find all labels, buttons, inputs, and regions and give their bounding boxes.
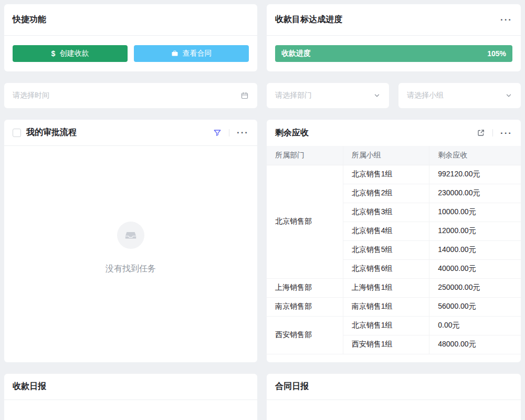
column-header: 剩余应收 (429, 146, 521, 165)
group-cell: 北京销售4组 (343, 222, 429, 240)
calendar-icon (240, 91, 249, 100)
payment-daily-header: 收款日报 (4, 374, 257, 400)
receivable-table-body: 北京销售部北京销售1组992120.00元北京销售2组230000.00元北京销… (267, 165, 521, 354)
empty-state-text: 没有找到任务 (106, 264, 156, 275)
group-cell: 北京销售1组 (343, 165, 429, 184)
progress-bar: 收款进度 105% (275, 45, 512, 62)
group-cell: 北京销售1组 (343, 316, 429, 335)
receivable-table-head-row: 所属部门所属小组剩余应收 (267, 146, 521, 165)
group-cell: 北京销售5组 (343, 240, 429, 259)
quick-actions-card: 快捷功能 $ 创建收款 查看合同 (4, 4, 257, 71)
group-cell: 北京销售6组 (343, 259, 429, 278)
briefcase-icon (171, 50, 178, 57)
amount-cell: 10000.00元 (429, 203, 521, 222)
receivable-header: 剩余应收 ··· (267, 120, 521, 146)
approval-card: 我的审批流程 ··· 没有 (4, 120, 257, 362)
dept-select-placeholder: 请选择部门 (275, 91, 373, 100)
empty-state-circle (117, 222, 144, 249)
amount-cell: 0.00元 (429, 316, 521, 335)
approval-empty-state: 没有找到任务 (4, 146, 257, 362)
create-payment-label: 创建收款 (59, 49, 89, 58)
view-contract-button[interactable]: 查看合同 (134, 45, 249, 62)
time-select[interactable]: 请选择时间 (4, 83, 257, 108)
column-header: 所属部门 (267, 146, 343, 165)
receivable-tools: ··· (477, 129, 512, 138)
more-icon[interactable]: ··· (500, 15, 512, 24)
progress-bar-value: 105% (487, 49, 506, 58)
filter-funnel-icon[interactable] (213, 129, 222, 137)
receivable-card: 剩余应收 ··· 所属部门所属小组剩余应收 北京销售部北京销 (267, 120, 521, 362)
export-icon[interactable] (477, 129, 485, 137)
group-select-placeholder: 请选择小组 (407, 91, 505, 100)
table-row: 上海销售部上海销售1组250000.00元 (267, 278, 521, 297)
chevron-down-icon (373, 92, 381, 99)
view-contract-label: 查看合同 (183, 49, 212, 58)
group-cell: 北京销售2组 (343, 184, 429, 203)
divider (229, 129, 229, 136)
dept-cell: 西安销售部 (267, 316, 343, 354)
amount-cell: 12000.00元 (429, 222, 521, 240)
more-icon[interactable]: ··· (237, 128, 249, 137)
time-select-placeholder: 请选择时间 (13, 91, 240, 100)
chevron-down-icon (505, 92, 512, 99)
progress-bar-label: 收款进度 (281, 49, 311, 58)
amount-cell: 14000.00元 (429, 240, 521, 259)
progress-header: 收款目标达成进度 ··· (267, 4, 521, 36)
contract-daily-header: 合同日报 (267, 374, 521, 400)
dept-select[interactable]: 请选择部门 (267, 83, 389, 108)
progress-card: 收款目标达成进度 ··· 收款进度 105% (267, 4, 521, 71)
more-icon[interactable]: ··· (500, 129, 512, 138)
inbox-icon (124, 228, 138, 242)
progress-title: 收款目标达成进度 (275, 14, 342, 25)
amount-cell: 230000.00元 (429, 184, 521, 203)
table-row: 西安销售部北京销售1组0.00元 (267, 316, 521, 335)
table-row: 北京销售部北京销售1组992120.00元 (267, 165, 521, 184)
quick-actions-header: 快捷功能 (4, 4, 257, 36)
amount-cell: 992120.00元 (429, 165, 521, 184)
divider (492, 129, 493, 136)
payment-daily-title: 收款日报 (13, 381, 46, 392)
amount-cell: 48000.00元 (429, 335, 521, 354)
amount-cell: 250000.00元 (429, 278, 521, 297)
approval-header: 我的审批流程 ··· (4, 120, 257, 146)
approval-title: 我的审批流程 (26, 127, 77, 138)
dept-cell: 北京销售部 (267, 165, 343, 278)
receivable-table: 所属部门所属小组剩余应收 北京销售部北京销售1组992120.00元北京销售2组… (267, 146, 521, 354)
contract-daily-title: 合同日报 (275, 381, 309, 392)
receivable-title: 剩余应收 (275, 128, 309, 139)
group-cell: 北京销售3组 (343, 203, 429, 222)
create-payment-button[interactable]: $ 创建收款 (13, 45, 128, 62)
column-header: 所属小组 (343, 146, 429, 165)
quick-actions-body: $ 创建收款 查看合同 (4, 36, 257, 71)
approval-tools: ··· (213, 128, 249, 137)
dollar-icon: $ (51, 49, 56, 58)
amount-cell: 56000.00元 (429, 297, 521, 316)
filter-row: 请选择部门 请选择小组 (267, 83, 521, 108)
dept-cell: 上海销售部 (267, 278, 343, 297)
group-cell: 西安销售1组 (343, 335, 429, 354)
group-cell: 南京销售1组 (343, 297, 429, 316)
quick-actions-title: 快捷功能 (13, 14, 46, 25)
dept-cell: 南京销售部 (267, 297, 343, 316)
table-row: 南京销售部南京销售1组56000.00元 (267, 297, 521, 316)
group-cell: 上海销售1组 (343, 278, 429, 297)
amount-cell: 40000.00元 (429, 259, 521, 278)
receivable-table-wrap: 所属部门所属小组剩余应收 北京销售部北京销售1组992120.00元北京销售2组… (267, 146, 521, 362)
dashboard-page: 快捷功能 $ 创建收款 查看合同 收款目标达成进度 ··· (0, 0, 525, 420)
group-select[interactable]: 请选择小组 (398, 83, 521, 108)
select-all-checkbox[interactable] (13, 129, 21, 137)
contract-daily-card: 合同日报 (267, 374, 521, 420)
progress-body: 收款进度 105% (267, 36, 521, 71)
payment-daily-card: 收款日报 (4, 374, 257, 420)
